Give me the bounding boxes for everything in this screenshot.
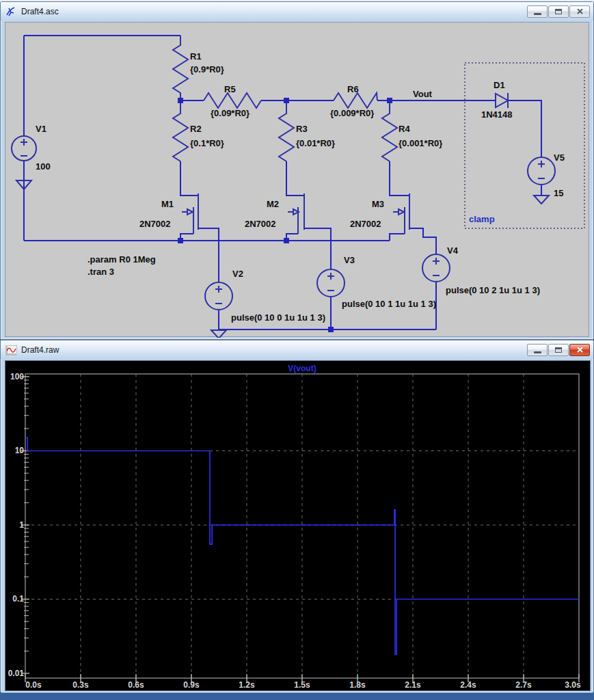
label-r6-name[interactable]: R6: [347, 84, 359, 94]
x-tick-label: 3.0s: [565, 680, 581, 690]
label-v4-value[interactable]: pulse(0 10 2 1u 1u 1 3): [446, 285, 540, 295]
label-d1-value[interactable]: 1N4148: [481, 109, 513, 120]
label-v3-name[interactable]: V3: [344, 255, 355, 265]
label-m3-value[interactable]: 2N7002: [350, 219, 381, 229]
titlebar-raw[interactable]: Draft4.raw: [1, 340, 593, 359]
label-m1-value[interactable]: 2N7002: [139, 219, 171, 229]
mosfet-m2[interactable]: [288, 193, 304, 234]
maximize-button-asc[interactable]: [548, 5, 569, 18]
x-tick-label: 1.5s: [294, 680, 310, 690]
mosfet-m3[interactable]: [393, 193, 409, 234]
x-tick-label: 2.4s: [460, 680, 476, 690]
maximize-icon: [555, 347, 562, 353]
label-m2-value[interactable]: 2N7002: [245, 219, 276, 229]
label-v5-name[interactable]: V5: [554, 152, 565, 163]
label-v2-name[interactable]: V2: [232, 269, 243, 279]
trace-title[interactable]: V(vout): [288, 364, 316, 373]
mosfet-m1[interactable]: [182, 193, 198, 234]
resistor-r2[interactable]: [173, 100, 188, 161]
label-clamp[interactable]: clamp: [469, 214, 495, 224]
minimize-icon: [534, 351, 541, 353]
resistor-r6[interactable]: [334, 93, 377, 108]
label-r1-name[interactable]: R1: [190, 51, 202, 62]
label-r3-name[interactable]: R3: [296, 124, 308, 134]
y-tick-label: 0.01: [8, 669, 25, 678]
source-v2[interactable]: [205, 282, 232, 310]
label-v1-value[interactable]: 100: [36, 161, 51, 172]
source-v1[interactable]: [12, 136, 36, 161]
x-tick-label: 1.2s: [239, 680, 255, 690]
close-button-asc[interactable]: [569, 5, 590, 18]
x-tick-label: 0.6s: [128, 680, 144, 690]
label-r5-value[interactable]: {0.09*R0}: [211, 108, 249, 118]
label-d1-name[interactable]: D1: [494, 80, 505, 90]
diode-d1[interactable]: [496, 93, 508, 108]
clamp-annotation-box[interactable]: [465, 63, 584, 228]
resistor-r3[interactable]: [279, 100, 294, 161]
maximize-icon: [555, 9, 562, 14]
waveform-plot[interactable]: V(vout) 100 10 1 0.1 0.01 0.0s 0.3s 0.6s…: [5, 360, 591, 691]
label-v1-name[interactable]: V1: [36, 124, 46, 134]
x-tick-label: 0.9s: [183, 680, 200, 690]
y-tick-label: 100: [10, 372, 24, 381]
label-m1-name[interactable]: M1: [161, 199, 174, 209]
label-m2-name[interactable]: M2: [267, 199, 279, 209]
waveform-icon: [5, 345, 17, 355]
x-tick-label: 1.8s: [349, 680, 366, 690]
label-r2-value[interactable]: {0.1*R0}: [190, 138, 224, 148]
y-tick-label: 0.1: [12, 594, 24, 604]
directive-tran[interactable]: .tran 3: [87, 267, 114, 277]
label-r2-name[interactable]: R2: [190, 124, 202, 134]
y-tick-label: 1: [19, 520, 24, 530]
source-v5[interactable]: [528, 157, 555, 185]
titlebar-asc[interactable]: Draft4.asc: [1, 2, 593, 21]
label-m3-name[interactable]: M3: [372, 199, 384, 209]
label-r4-value[interactable]: {0.001*R0}: [399, 138, 442, 148]
source-v3[interactable]: [317, 269, 345, 297]
label-r3-value[interactable]: {0.01*R0}: [296, 138, 335, 148]
label-vout[interactable]: Vout: [413, 89, 433, 99]
x-tick-label: 0.0s: [25, 680, 42, 690]
x-tick-label: 0.3s: [72, 680, 89, 690]
window-draft4-raw: Draft4.raw V(vout) 100 10: [0, 340, 594, 693]
resistor-r4[interactable]: [382, 100, 397, 161]
label-v3-value[interactable]: pulse(0 10 1 1u 1u 1 3): [342, 299, 436, 309]
label-v5-value[interactable]: 15: [554, 188, 563, 198]
y-tick-label: 10: [15, 446, 25, 455]
resistor-r5[interactable]: [204, 93, 261, 108]
label-v4-name[interactable]: V4: [447, 245, 459, 256]
close-icon: [577, 347, 583, 353]
label-r6-value[interactable]: {0.009*R0}: [330, 108, 374, 118]
window-draft4-asc: Draft4.asc: [0, 1, 594, 340]
grid-lines: [25, 374, 579, 678]
maximize-button-raw[interactable]: [548, 344, 569, 356]
minimize-button-asc[interactable]: [527, 5, 548, 18]
minimize-button-raw[interactable]: [527, 344, 548, 356]
source-v4[interactable]: [422, 254, 450, 282]
close-button-raw[interactable]: [569, 344, 590, 356]
x-tick-label: 2.7s: [515, 680, 532, 690]
label-r1-value[interactable]: {0.9*R0}: [190, 64, 224, 75]
close-icon: [577, 9, 583, 14]
label-r5-name[interactable]: R5: [224, 84, 236, 94]
minimize-icon: [534, 13, 541, 15]
label-r4-name[interactable]: R4: [399, 124, 410, 134]
x-tick-label: 2.1s: [405, 680, 421, 690]
window-title-raw: Draft4.raw: [21, 345, 527, 355]
ltspice-schematic-icon: [5, 7, 17, 17]
label-v2-value[interactable]: pulse(0 10 0 1u 1u 1 3): [231, 312, 325, 323]
schematic-canvas[interactable]: R1 {0.9*R0} R5 {0.09*R0} R6 {0.009*R0} R…: [5, 22, 589, 337]
window-title-asc: Draft4.asc: [21, 7, 527, 16]
directive-param[interactable]: .param R0 1Meg: [87, 254, 156, 265]
resistor-r1[interactable]: [173, 36, 188, 100]
